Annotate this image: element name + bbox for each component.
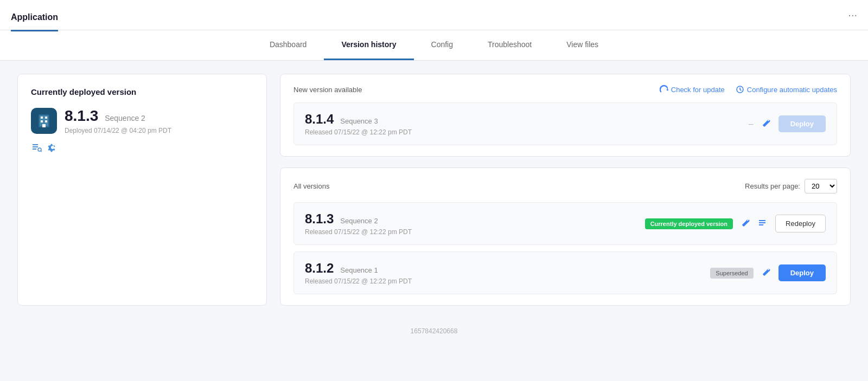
table-row: 8.1.3 Sequence 2 Released 07/15/22 @ 12:… [293,202,837,245]
per-page-select[interactable]: 20 10 50 100 [805,179,837,193]
check-for-update-button[interactable]: Check for update [660,85,725,94]
currently-deployed-badge: Currently deployed version [645,218,733,229]
version-813-right: Currently deployed version Redeploy [645,215,826,233]
version-list: 8.1.3 Sequence 2 Released 07/15/22 @ 12:… [293,202,837,294]
all-versions-title: All versions [293,182,329,190]
superseded-badge: Superseded [710,268,753,279]
svg-rect-4 [41,120,43,122]
svg-rect-6 [42,124,46,127]
list-icon[interactable] [31,142,42,156]
svg-rect-5 [45,120,47,122]
new-version-entry-right: – Deploy [749,115,826,132]
tab-config[interactable]: Config [414,30,470,60]
nav-tabs: Dashboard Version history Config Trouble… [0,30,868,61]
current-sequence-label: Sequence 2 [105,114,145,122]
app-title: Application [11,12,58,31]
tab-troubleshoot[interactable]: Troubleshoot [470,30,549,60]
current-version-number: 8.1.3 [65,107,98,124]
new-version-sequence: Sequence 3 [340,117,378,125]
version-812-sequence: Sequence 1 [340,266,378,274]
content-grid: Currently deployed version 8.1 [17,74,851,306]
currently-deployed-title: Currently deployed version [31,87,253,96]
right-panel: New version available Check for update C… [280,74,851,306]
new-version-deploy-button[interactable]: Deploy [778,115,826,132]
version-813-wrench-icon[interactable] [741,218,750,229]
new-version-release-date: Released 07/15/22 @ 12:22 pm PDT [305,128,412,136]
tab-version-history[interactable]: Version history [324,30,413,60]
main-content: Currently deployed version 8.1 [0,61,868,319]
new-version-entry: 8.1.4 Sequence 3 Released 07/15/22 @ 12:… [293,102,837,145]
more-options-button[interactable]: ··· [848,9,857,21]
version-813-release-date: Released 07/15/22 @ 12:22 pm PDT [305,228,412,236]
deployed-date: Deployed 07/14/22 @ 04:20 pm PDT [65,127,171,134]
configure-automatic-updates-button[interactable]: Configure automatic updates [736,85,837,94]
currently-deployed-card: Currently deployed version 8.1 [17,74,267,306]
settings-icon[interactable] [47,142,58,156]
footer-text: 1657842420668 [411,327,458,335]
new-version-title: New version available [293,86,362,94]
new-version-number: 8.1.4 [305,112,334,126]
dash-separator: – [749,119,754,129]
svg-rect-2 [41,117,43,119]
version-row: 8.1.3 Sequence 2 Deployed 07/14/22 @ 04:… [31,107,253,134]
top-bar: Application ··· [0,0,868,30]
version-812-number: 8.1.2 [305,261,334,275]
version-812-deploy-button[interactable]: Deploy [778,264,826,281]
svg-rect-3 [45,117,47,119]
version-813-left: 8.1.3 Sequence 2 Released 07/15/22 @ 12:… [305,211,412,236]
version-812-right: Superseded Deploy [710,264,826,281]
tab-dashboard[interactable]: Dashboard [252,30,324,60]
version-info: 8.1.3 Sequence 2 Deployed 07/14/22 @ 04:… [65,107,171,134]
all-versions-card: All versions Results per page: 20 10 50 … [280,167,851,306]
all-versions-header: All versions Results per page: 20 10 50 … [293,179,837,193]
header-actions: Check for update Configure automatic upd… [660,85,837,94]
new-version-entry-left: 8.1.4 Sequence 3 Released 07/15/22 @ 12:… [305,112,412,136]
version-812-release-date: Released 07/15/22 @ 12:22 pm PDT [305,277,412,285]
footer: 1657842420668 [0,319,868,344]
version-813-list-icon[interactable] [758,218,768,229]
version-813-sequence: Sequence 2 [340,217,378,225]
redeploy-button[interactable]: Redeploy [775,215,826,233]
new-version-header: New version available Check for update C… [293,85,837,94]
version-812-left: 8.1.2 Sequence 1 Released 07/15/22 @ 12:… [305,261,412,285]
results-per-page-label: Results per page: [745,182,800,190]
action-icons [31,142,253,156]
version-813-number: 8.1.3 [305,211,334,226]
refresh-icon [660,85,668,94]
per-page-control: Results per page: 20 10 50 100 [745,179,837,193]
table-row: 8.1.2 Sequence 1 Released 07/15/22 @ 12:… [293,251,837,294]
auto-update-icon [736,85,744,94]
app-icon [31,108,57,134]
new-version-card: New version available Check for update C… [280,74,851,157]
tab-view-files[interactable]: View files [549,30,616,60]
building-icon [36,113,52,128]
version-812-wrench-icon[interactable] [761,267,771,279]
new-version-wrench-icon[interactable] [761,118,771,130]
